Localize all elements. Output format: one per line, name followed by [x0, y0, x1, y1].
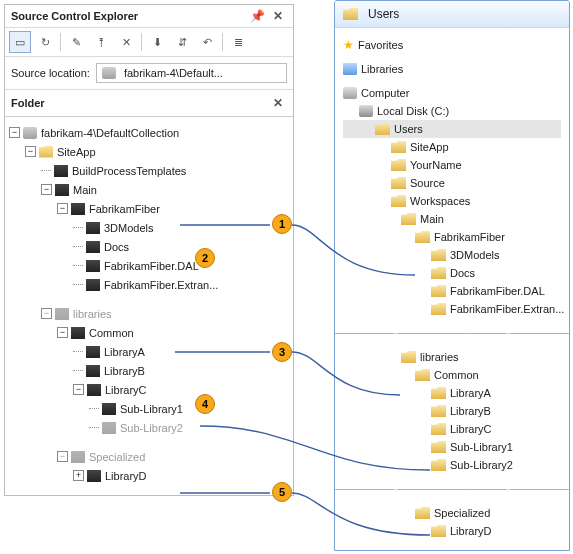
- callout-5: 5: [272, 482, 292, 502]
- callout-2: 2: [195, 248, 215, 268]
- connector-lines: [0, 0, 573, 554]
- callout-3: 3: [272, 342, 292, 362]
- callout-1: 1: [272, 214, 292, 234]
- callout-4: 4: [195, 394, 215, 414]
